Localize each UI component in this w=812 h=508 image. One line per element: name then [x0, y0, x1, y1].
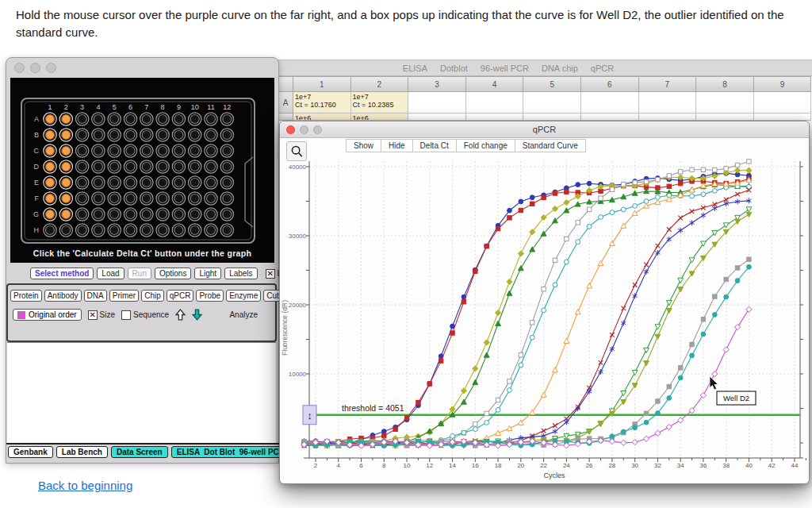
curve-F2[interactable] — [301, 212, 752, 448]
minimize-icon[interactable] — [30, 63, 40, 73]
back-to-beginning-link[interactable]: Back to beginning — [38, 479, 132, 492]
well-D12[interactable] — [220, 160, 233, 173]
well-D4[interactable] — [92, 160, 105, 173]
well-F9[interactable] — [172, 192, 185, 205]
well-B1[interactable] — [44, 129, 56, 141]
well-A6[interactable] — [124, 113, 136, 125]
well-G9[interactable] — [172, 208, 185, 221]
well-A4[interactable] — [92, 113, 105, 125]
technique-tab[interactable]: qPCR — [167, 290, 194, 302]
well-G1[interactable] — [44, 208, 56, 221]
well-F7[interactable] — [140, 192, 153, 205]
sheet-col-header[interactable]: 7 — [639, 76, 697, 92]
well-C6[interactable] — [124, 144, 136, 157]
sheet-col-header[interactable]: 1 — [293, 76, 351, 92]
well-D2[interactable] — [59, 160, 72, 173]
well-H9[interactable] — [172, 224, 185, 237]
well-E11[interactable] — [205, 176, 217, 189]
qpcr-toolbar-button[interactable]: Standard Curve — [515, 139, 586, 152]
well-H4[interactable] — [92, 224, 105, 237]
sheet-col-header[interactable]: 9 — [754, 76, 812, 92]
sequence-checkbox[interactable]: Sequence — [121, 310, 169, 320]
original-order-button[interactable]: Original order — [13, 309, 82, 321]
well-D5[interactable] — [108, 160, 121, 173]
well-C7[interactable] — [140, 144, 153, 157]
well-E12[interactable] — [220, 176, 233, 189]
well-D10[interactable] — [189, 160, 201, 173]
sheet-col-header[interactable]: 4 — [466, 76, 524, 92]
cell-empty[interactable] — [754, 114, 812, 121]
well-B11[interactable] — [205, 129, 217, 141]
well-B9[interactable] — [172, 129, 185, 141]
plate-toolbar-button[interactable]: Select method — [30, 267, 94, 279]
cell-B2[interactable]: 1e+6 — [351, 114, 409, 121]
qpcr-titlebar[interactable]: qPCR — [280, 121, 809, 138]
well-A10[interactable] — [189, 113, 201, 125]
well-C4[interactable] — [92, 144, 105, 157]
technique-tab[interactable]: Protein — [10, 290, 42, 302]
well-D8[interactable] — [156, 160, 169, 173]
cell-empty[interactable] — [581, 114, 639, 121]
well-A1[interactable] — [44, 113, 56, 125]
qpcr-toolbar-button[interactable]: Fold change — [456, 139, 515, 152]
cell-empty[interactable] — [408, 92, 466, 114]
technique-tab[interactable]: Probe — [196, 290, 224, 302]
well-F4[interactable] — [92, 192, 105, 205]
curve-D2[interactable] — [301, 306, 752, 448]
technique-tab[interactable]: Primer — [109, 290, 139, 302]
well-B4[interactable] — [92, 129, 105, 141]
sheet-row-header[interactable] — [278, 114, 293, 121]
well-A5[interactable] — [108, 113, 121, 125]
well-B10[interactable] — [189, 129, 201, 141]
well-F10[interactable] — [189, 192, 201, 205]
well-A2[interactable] — [59, 113, 72, 125]
well-G7[interactable] — [140, 208, 153, 221]
well-C8[interactable] — [156, 144, 169, 157]
menubar-item[interactable]: Dotblot — [440, 64, 468, 73]
well-E8[interactable] — [156, 176, 169, 189]
well-C12[interactable] — [220, 144, 233, 157]
well-A8[interactable] — [156, 113, 169, 125]
sheet-col-header[interactable]: 5 — [523, 76, 581, 92]
well-G4[interactable] — [92, 208, 105, 221]
well-B8[interactable] — [156, 129, 169, 141]
qpcr-toolbar-button[interactable]: Hide — [381, 139, 413, 152]
well-D3[interactable] — [75, 160, 88, 173]
well-A12[interactable] — [220, 113, 233, 125]
close-icon[interactable] — [14, 63, 25, 73]
well-E7[interactable] — [140, 176, 153, 189]
cell-empty[interactable] — [466, 114, 524, 121]
well-B3[interactable] — [75, 129, 88, 141]
curve-G2[interactable] — [302, 264, 752, 448]
screen-tab[interactable]: Data Screen — [111, 446, 168, 458]
plate-toolbar-button[interactable]: Load — [97, 267, 124, 279]
well-C11[interactable] — [205, 144, 217, 157]
qpcr-toolbar-button[interactable]: Show — [346, 139, 381, 152]
cell-empty[interactable] — [639, 114, 697, 121]
zoom-icon[interactable] — [46, 63, 56, 73]
plate-toolbar-button[interactable]: Options — [155, 267, 191, 279]
well-B7[interactable] — [140, 129, 153, 141]
analyze-label[interactable]: Analyze — [229, 310, 269, 319]
well-C2[interactable] — [59, 144, 72, 157]
well-A11[interactable] — [205, 113, 217, 125]
well-F6[interactable] — [124, 192, 136, 205]
well-C3[interactable] — [75, 144, 88, 157]
cell-empty[interactable] — [581, 92, 639, 114]
well-H10[interactable] — [189, 224, 201, 237]
well-E6[interactable] — [124, 176, 136, 189]
well-B12[interactable] — [220, 129, 233, 141]
checkbox-checked-icon[interactable] — [266, 269, 275, 279]
zoom-tool-button[interactable] — [286, 141, 307, 161]
well-A9[interactable] — [172, 113, 185, 125]
well-G6[interactable] — [124, 208, 136, 221]
well-H2[interactable] — [59, 224, 72, 237]
cell-A1[interactable]: 1e+7 Ct = 10.1760 — [293, 92, 351, 114]
well-D11[interactable] — [205, 160, 217, 173]
technique-tab[interactable]: Antibody — [44, 290, 82, 302]
well-G2[interactable] — [59, 208, 72, 221]
cell-B1[interactable]: 1e+6 — [293, 114, 351, 121]
well-B6[interactable] — [124, 129, 136, 141]
well-H6[interactable] — [124, 224, 136, 237]
cell-empty[interactable] — [408, 114, 466, 121]
